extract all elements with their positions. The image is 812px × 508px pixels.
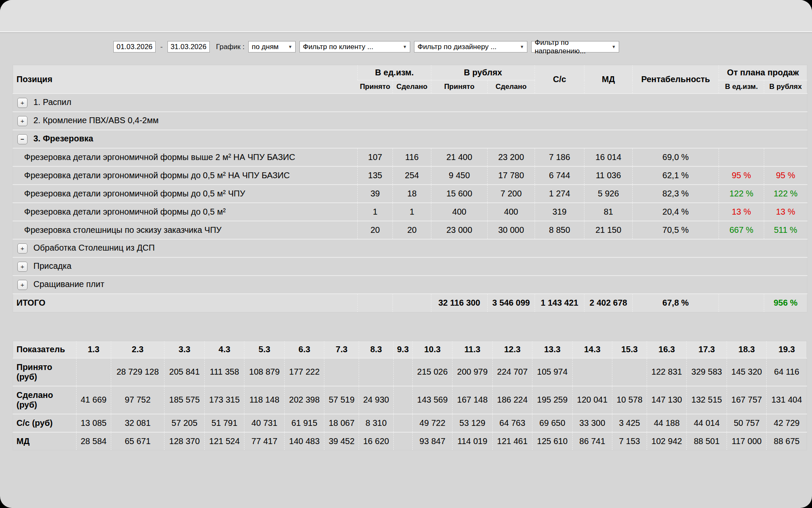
daily-value-cell: 125 610	[532, 432, 573, 450]
daily-table-header: Показатель 1.32.33.34.35.36.37.38.39.310…	[13, 341, 807, 358]
total-label: ИТОГО	[13, 294, 358, 312]
daily-value-cell: 40 731	[244, 414, 285, 432]
chevron-down-icon: ▼	[288, 44, 292, 49]
column-header-done-units: Сделано	[393, 80, 431, 94]
indicator-label: Принято (руб)	[13, 358, 77, 386]
date-header: 3.3	[165, 341, 205, 358]
daily-value-cell: 173 315	[204, 386, 244, 414]
cell-md: 16 014	[584, 148, 633, 166]
cell-accepted-rub: 32 116 300	[431, 294, 488, 312]
cell-done-rub: 3 546 099	[488, 294, 535, 312]
daily-value-cell	[572, 358, 612, 386]
expand-icon[interactable]: +	[17, 116, 27, 126]
date-header: 14.3	[572, 341, 612, 358]
group-row[interactable]: +2. Кромление ПВХ/ABS 0,4-2мм	[13, 112, 807, 130]
cell-plan-rubles	[764, 148, 807, 166]
chevron-down-icon: ▼	[520, 44, 524, 49]
daily-value-cell: 120 041	[572, 386, 612, 414]
daily-value-cell: 8 310	[359, 414, 394, 432]
cell-done-rub: 400	[488, 203, 535, 221]
group-label: 1. Распил	[33, 97, 71, 107]
date-header: 15.3	[612, 341, 647, 358]
cell-plan-units	[719, 294, 764, 312]
cell-profitability: 82,3 %	[633, 185, 719, 203]
daily-value-cell: 88 675	[767, 432, 807, 450]
daily-value-cell: 114 019	[453, 432, 493, 450]
expand-icon[interactable]: +	[17, 280, 27, 290]
chevron-down-icon: ▼	[612, 44, 616, 49]
date-header: 13.3	[532, 341, 573, 358]
daily-value-cell: 24 930	[359, 386, 394, 414]
app-window: - График : по дням ▼ Фильтр по клиенту .…	[0, 0, 812, 508]
group-row[interactable]: +Сращивание плит	[13, 276, 807, 294]
group-row[interactable]: +Обработка Столешниц из ДСП	[13, 239, 807, 257]
daily-row: С/с (руб)13 08532 08157 20551 79140 7316…	[13, 414, 807, 432]
daily-value-cell: 64 763	[492, 414, 532, 432]
detail-row: Фрезеровка детали эргономичной формы выш…	[13, 148, 807, 166]
date-header: 12.3	[492, 341, 532, 358]
date-header: 7.3	[324, 341, 359, 358]
column-header-profitability: Рентабельность	[633, 65, 719, 94]
date-from-input[interactable]	[113, 41, 156, 52]
cell-cost: 8 850	[535, 221, 584, 239]
group-cell: +Сращивание плит	[13, 276, 807, 294]
daily-value-cell: 185 575	[165, 386, 205, 414]
daily-value-cell: 77 417	[244, 432, 285, 450]
cell-cost: 6 744	[535, 166, 584, 185]
cell-plan-units: 122 %	[719, 185, 764, 203]
group-cell: +Обработка Столешниц из ДСП	[13, 239, 807, 257]
daily-value-cell: 3 425	[612, 414, 647, 432]
designer-filter-select[interactable]: Фильтр по дизайнеру ... ▼	[414, 41, 527, 52]
group-row[interactable]: −3. Фрезеровка	[13, 130, 807, 148]
collapse-icon[interactable]: −	[17, 134, 27, 144]
daily-value-cell: 128 370	[165, 432, 205, 450]
daily-row: Принято (руб)28 729 128205 841111 358108…	[13, 358, 807, 386]
group-row[interactable]: +Присадка	[13, 257, 807, 276]
daily-value-cell: 140 483	[284, 432, 324, 450]
expand-icon[interactable]: +	[17, 98, 27, 108]
daily-value-cell: 118 148	[244, 386, 285, 414]
cell-done-units: 254	[393, 166, 431, 185]
daily-value-cell: 42 729	[767, 414, 807, 432]
position-label: Фрезеровка детали эргономичной формы до …	[13, 185, 358, 203]
daily-value-cell: 88 501	[687, 432, 727, 450]
daily-value-cell	[393, 358, 412, 386]
indicator-label: Сделано (руб)	[13, 386, 77, 414]
client-filter-value: Фильтр по клиенту ...	[303, 43, 373, 51]
schedule-select[interactable]: по дням ▼	[248, 41, 296, 52]
cell-done-rub: 23 200	[488, 148, 535, 166]
cell-done-rub: 17 780	[488, 166, 535, 185]
group-row[interactable]: +1. Распил	[13, 94, 807, 112]
total-row: ИТОГО32 116 3003 546 0991 143 4212 402 6…	[13, 294, 807, 312]
client-filter-select[interactable]: Фильтр по клиенту ... ▼	[299, 41, 410, 52]
cell-plan-units	[719, 148, 764, 166]
cell-done-rub: 7 200	[488, 185, 535, 203]
expand-icon[interactable]: +	[17, 243, 27, 254]
daily-table-body: Принято (руб)28 729 128205 841111 358108…	[13, 358, 807, 450]
direction-filter-select[interactable]: Фильтр по направлению... ▼	[531, 41, 619, 52]
date-header: 4.3	[204, 341, 244, 358]
production-table: Позиция В ед.изм. В рублях С/с МД Рентаб…	[13, 65, 807, 312]
daily-value-cell	[393, 386, 412, 414]
daily-value-cell: 13 085	[77, 414, 111, 432]
cell-plan-rubles: 13 %	[764, 203, 807, 221]
cell-done-units	[393, 294, 431, 312]
daily-value-cell: 145 320	[727, 358, 767, 386]
column-header-md: МД	[584, 65, 633, 94]
chevron-down-icon: ▼	[403, 44, 407, 49]
date-header: 2.3	[111, 341, 165, 358]
cell-done-units: 20	[393, 221, 431, 239]
date-header: 1.3	[77, 341, 111, 358]
cell-accepted-units: 107	[358, 148, 393, 166]
group-label: 3. Фрезеровка	[33, 134, 93, 143]
cell-plan-units: 13 %	[719, 203, 764, 221]
expand-icon[interactable]: +	[17, 262, 27, 272]
cell-profitability: 67,8 %	[633, 294, 719, 312]
daily-value-cell: 69 650	[532, 414, 573, 432]
detail-row: Фрезеровка столешницы по эскизу заказчик…	[13, 221, 807, 239]
daily-value-cell: 18 067	[324, 414, 359, 432]
date-to-input[interactable]	[167, 41, 210, 52]
cell-done-units: 1	[393, 203, 431, 221]
date-range-separator: -	[159, 43, 164, 51]
daily-value-cell: 167 148	[453, 386, 493, 414]
